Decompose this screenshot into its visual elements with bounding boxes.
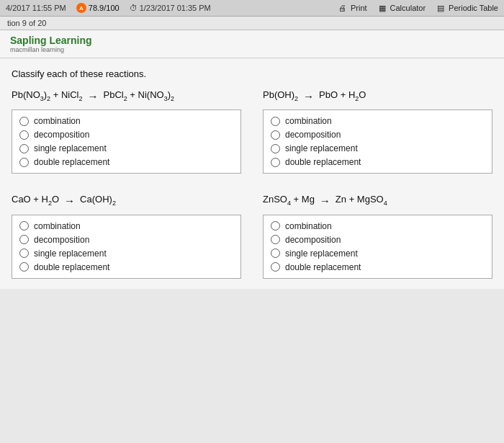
option-combination-r2[interactable]: combination — [271, 116, 485, 126]
toolbar: 4/2017 11:55 PM A 78.9/100 ⏱ 1/23/2017 0… — [0, 0, 504, 17]
print-button[interactable]: 🖨 Print — [338, 3, 367, 13]
chem-r2-product: PbO + H2O — [319, 89, 366, 102]
arrow-r2: → — [303, 90, 314, 102]
brand-name: Sapling Learning — [10, 35, 494, 46]
option-single-r4[interactable]: single replacement — [271, 249, 485, 259]
periodic-table-button[interactable]: ▤ Periodic Table — [436, 3, 498, 13]
options-box-r4: combination decomposition single replace… — [263, 215, 492, 279]
chem-r2: Pb(OH)2 — [263, 89, 298, 102]
option-label-single-r4: single replacement — [285, 249, 358, 259]
option-label-decomposition-r1: decomposition — [34, 130, 89, 140]
option-single-r3[interactable]: single replacement — [19, 249, 233, 259]
option-label-single-r1: single replacement — [34, 143, 107, 153]
option-decomposition-r4[interactable]: decomposition — [271, 235, 485, 245]
radio-single-r3[interactable] — [19, 249, 29, 258]
grade-icon: A — [76, 3, 86, 13]
option-decomposition-r1[interactable]: decomposition — [19, 130, 233, 140]
options-box-r2: combination decomposition single replace… — [263, 109, 492, 174]
chem-r4-product: Zn + MgSO4 — [336, 194, 387, 207]
reaction-block-1: Pb(NO3)2 + NiCl2 → PbCl2 + Ni(NO3)2 comb… — [12, 89, 241, 174]
toolbar-info: 4/2017 11:55 PM A 78.9/100 ⏱ 1/23/2017 0… — [6, 3, 330, 13]
arrow-r1: → — [88, 90, 99, 102]
option-label-double-r2: double replacement — [285, 157, 361, 167]
radio-double-r1[interactable] — [19, 158, 29, 167]
radio-decomposition-r3[interactable] — [19, 235, 29, 244]
radio-double-r3[interactable] — [19, 262, 29, 272]
reaction-block-4: ZnSO4 + Mg → Zn + MgSO4 combination deco… — [263, 194, 492, 278]
question-tab: tion 9 of 20 — [0, 17, 504, 30]
timestamp2-value: 1/23/2017 01:35 PM — [140, 4, 211, 12]
timestamp1: 4/2017 11:55 PM — [6, 4, 66, 12]
chem-r3: CaO + H2O — [12, 194, 59, 207]
option-double-r4[interactable]: double replacement — [271, 262, 485, 272]
calculator-label: Calculator — [390, 4, 426, 12]
score-value: 78.9/100 — [89, 4, 120, 12]
reactions-grid: Pb(NO3)2 + NiCl2 → PbCl2 + Ni(NO3)2 comb… — [12, 89, 492, 279]
print-label: Print — [351, 4, 367, 12]
radio-decomposition-r1[interactable] — [19, 130, 29, 140]
reaction-block-2: Pb(OH)2 → PbO + H2O combination decompos… — [263, 89, 492, 174]
clock-icon: ⏱ — [130, 4, 138, 12]
option-label-decomposition-r2: decomposition — [285, 130, 341, 140]
radio-combination-r3[interactable] — [19, 221, 29, 231]
reaction-equation-3: CaO + H2O → Ca(OH)2 — [12, 194, 241, 207]
radio-double-r4[interactable] — [271, 262, 280, 272]
reaction-equation-1: Pb(NO3)2 + NiCl2 → PbCl2 + Ni(NO3)2 — [12, 89, 241, 102]
score-container: A 78.9/100 — [76, 3, 120, 13]
option-single-r1[interactable]: single replacement — [19, 143, 233, 153]
options-box-r3: combination decomposition single replace… — [12, 215, 241, 279]
chem-r4: ZnSO4 + Mg — [263, 194, 315, 207]
radio-combination-r1[interactable] — [19, 117, 29, 126]
radio-single-r2[interactable] — [271, 144, 280, 153]
periodic-table-icon: ▤ — [436, 3, 446, 13]
option-label-combination-r1: combination — [34, 116, 81, 126]
options-box-r1: combination decomposition single replace… — [12, 109, 241, 174]
option-label-decomposition-r3: decomposition — [34, 235, 89, 245]
reaction-block-3: CaO + H2O → Ca(OH)2 combination decompos… — [12, 194, 241, 278]
option-label-decomposition-r4: decomposition — [285, 235, 341, 245]
radio-combination-r2[interactable] — [271, 117, 280, 126]
option-double-r3[interactable]: double replacement — [19, 262, 233, 272]
option-single-r2[interactable]: single replacement — [271, 143, 485, 153]
calculator-button[interactable]: ▦ Calculator — [377, 3, 426, 13]
print-icon: 🖨 — [338, 3, 348, 13]
chem-r3-product: Ca(OH)2 — [80, 194, 116, 207]
calculator-icon: ▦ — [377, 3, 387, 13]
option-label-single-r2: single replacement — [285, 143, 358, 153]
option-decomposition-r3[interactable]: decomposition — [19, 235, 233, 245]
radio-double-r2[interactable] — [271, 158, 280, 167]
option-label-combination-r4: combination — [285, 221, 332, 231]
option-label-double-r1: double replacement — [34, 157, 109, 167]
periodic-table-label: Periodic Table — [449, 4, 498, 12]
option-label-combination-r2: combination — [285, 116, 332, 126]
radio-decomposition-r4[interactable] — [271, 235, 280, 244]
radio-single-r4[interactable] — [271, 249, 280, 258]
reaction-equation-2: Pb(OH)2 → PbO + H2O — [263, 89, 492, 102]
option-combination-r1[interactable]: combination — [19, 116, 233, 126]
option-double-r2[interactable]: double replacement — [271, 157, 485, 167]
option-label-combination-r3: combination — [34, 221, 81, 231]
option-combination-r4[interactable]: combination — [271, 221, 485, 231]
option-combination-r3[interactable]: combination — [19, 221, 233, 231]
option-label-single-r3: single replacement — [34, 249, 107, 259]
radio-single-r1[interactable] — [19, 144, 29, 153]
toolbar-tools: 🖨 Print ▦ Calculator ▤ Periodic Table — [338, 3, 498, 13]
question-number: tion 9 of 20 — [7, 19, 46, 27]
question-prompt: Classify each of these reactions. — [12, 68, 492, 79]
option-decomposition-r2[interactable]: decomposition — [271, 130, 485, 140]
chem-r1: Pb(NO3)2 + NiCl2 — [12, 89, 83, 102]
reaction-equation-4: ZnSO4 + Mg → Zn + MgSO4 — [263, 194, 492, 207]
option-label-double-r4: double replacement — [285, 262, 361, 272]
chem-r1-product: PbCl2 + Ni(NO3)2 — [104, 89, 175, 102]
brand-sub: macmillan learning — [10, 46, 494, 53]
arrow-r3: → — [64, 194, 75, 207]
radio-decomposition-r2[interactable] — [271, 130, 280, 140]
brand-header: Sapling Learning macmillan learning — [0, 30, 504, 58]
main-content: Classify each of these reactions. Pb(NO3… — [0, 58, 504, 289]
arrow-r4: → — [320, 194, 330, 207]
timestamp2: ⏱ 1/23/2017 01:35 PM — [130, 4, 211, 12]
radio-combination-r4[interactable] — [271, 221, 280, 231]
option-double-r1[interactable]: double replacement — [19, 157, 233, 167]
option-label-double-r3: double replacement — [34, 262, 109, 272]
